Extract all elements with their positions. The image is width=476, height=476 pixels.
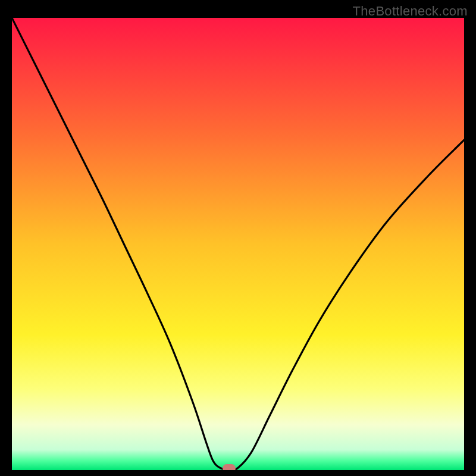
bottleneck-curve xyxy=(12,18,464,470)
chart-frame: TheBottleneck.com xyxy=(0,0,476,476)
plot-area xyxy=(12,18,464,470)
optimal-marker xyxy=(223,464,236,470)
watermark-text: TheBottleneck.com xyxy=(353,4,468,19)
curve-layer xyxy=(12,18,464,470)
